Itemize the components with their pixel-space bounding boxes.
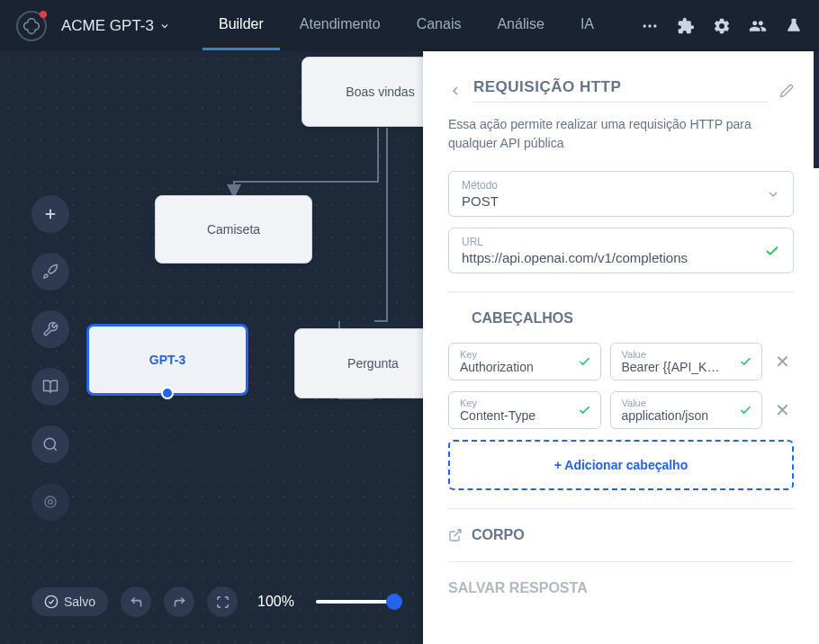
body-section-header[interactable]: CORPO: [448, 527, 794, 543]
svg-line-7: [53, 447, 56, 450]
fullscreen-button[interactable]: [207, 586, 238, 617]
kv-value: Content-Type: [460, 408, 559, 423]
kv-label: Value: [622, 398, 752, 408]
tab-analise[interactable]: Análise: [481, 1, 560, 50]
settings-button[interactable]: [32, 483, 69, 521]
kv-value: Bearer {{API_KEY}}: [622, 360, 721, 374]
book-button[interactable]: [32, 368, 69, 406]
headers-title: CABEÇALHOS: [472, 310, 573, 326]
svg-point-2: [653, 24, 656, 27]
scrollbar[interactable]: [814, 51, 819, 168]
tab-canais[interactable]: Canais: [400, 1, 478, 50]
svg-point-1: [648, 24, 651, 27]
chevron-down-icon: [159, 21, 170, 31]
add-header-button[interactable]: + Adicionar cabeçalho: [448, 440, 794, 490]
check-icon: [578, 355, 591, 369]
header-value-input[interactable]: Value application/json: [610, 391, 763, 429]
node-label: Camiseta: [207, 222, 260, 237]
method-select[interactable]: Método POST: [448, 171, 794, 217]
undo-button[interactable]: [121, 586, 151, 617]
svg-point-10: [45, 595, 57, 607]
svg-point-9: [45, 496, 56, 507]
kv-label: Value: [622, 349, 752, 360]
add-button[interactable]: [32, 195, 69, 233]
flask-icon[interactable]: [785, 17, 803, 35]
header-value-input[interactable]: Value Bearer {{API_KEY}}: [610, 343, 763, 380]
divider: [448, 291, 794, 292]
divider: [448, 508, 794, 509]
kv-label: Key: [460, 398, 590, 408]
node-shirt[interactable]: Camiseta: [155, 195, 312, 264]
headers-section-header[interactable]: CABEÇALHOS: [448, 310, 794, 326]
topbar-actions: [641, 17, 803, 35]
gear-icon[interactable]: [713, 17, 731, 35]
method-label: Método: [462, 179, 780, 192]
slider-thumb[interactable]: [386, 594, 402, 610]
back-icon[interactable]: [448, 84, 463, 98]
node-label: Boas vindas: [346, 85, 414, 99]
header-key-input[interactable]: Key Authorization: [448, 343, 601, 380]
url-value: https://api.openai.com/v1/completions: [462, 250, 780, 265]
tab-atendimento[interactable]: Atendimento: [284, 1, 397, 50]
canvas-bottom-bar: Salvo 100%: [32, 586, 399, 617]
url-input[interactable]: URL https://api.openai.com/v1/completion…: [448, 228, 794, 273]
node-label: GPT-3: [149, 353, 185, 367]
tab-ia[interactable]: IA: [564, 1, 610, 50]
node-handle[interactable]: [161, 387, 174, 399]
check-icon: [764, 243, 780, 259]
chevron-down-icon: [766, 187, 780, 201]
app-logo[interactable]: [16, 11, 47, 41]
remove-header-button[interactable]: ✕: [771, 396, 794, 425]
canvas-sidebar: [32, 195, 69, 521]
header-row: Key Content-Type Value application/json …: [448, 391, 794, 429]
kv-label: Key: [460, 349, 590, 360]
app-title-dropdown[interactable]: ACME GPT-3: [61, 17, 170, 35]
zoom-level: 100%: [257, 594, 294, 610]
node-label: Pergunta: [347, 356, 399, 371]
method-value: POST: [462, 193, 780, 209]
save-response-section-header[interactable]: SALVAR RESPOSTA: [448, 580, 794, 596]
app-title-text: ACME GPT-3: [61, 17, 154, 35]
rocket-button[interactable]: [32, 253, 69, 291]
tab-builder[interactable]: Builder: [202, 1, 280, 50]
check-icon: [578, 404, 591, 417]
slider-fill: [316, 600, 391, 604]
panel-title: REQUISIÇÃO HTTP: [473, 78, 769, 103]
action-panel: REQUISIÇÃO HTTP Essa ação permite realiz…: [423, 51, 819, 644]
check-icon: [739, 355, 752, 369]
more-icon[interactable]: [641, 17, 659, 35]
edit-icon[interactable]: [779, 84, 794, 98]
kv-value: application/json: [622, 408, 721, 423]
redo-button[interactable]: [164, 586, 194, 617]
header-row: Key Authorization Value Bearer {{API_KEY…: [448, 343, 794, 380]
nav-tabs: Builder Atendimento Canais Análise IA: [202, 1, 610, 50]
header-key-input[interactable]: Key Content-Type: [448, 391, 601, 429]
check-circle-icon: [44, 595, 58, 609]
body-title: CORPO: [472, 527, 525, 543]
chevron-down-icon: [448, 311, 463, 326]
zoom-slider[interactable]: [316, 600, 399, 604]
save-status: Salvo: [32, 587, 108, 616]
save-status-text: Salvo: [64, 595, 95, 609]
plugin-icon[interactable]: [677, 17, 695, 35]
panel-description: Essa ação permite realizar uma requisiçã…: [448, 115, 794, 153]
external-link-icon: [448, 528, 463, 542]
check-icon: [739, 404, 752, 417]
topbar: ACME GPT-3 Builder Atendimento Canais An…: [0, 0, 819, 51]
url-label: URL: [462, 236, 780, 248]
svg-point-6: [44, 438, 55, 449]
wrench-button[interactable]: [32, 310, 69, 348]
svg-point-8: [49, 500, 53, 505]
search-button[interactable]: [32, 425, 69, 463]
divider: [448, 561, 794, 562]
save-response-title: SALVAR RESPOSTA: [448, 580, 588, 596]
kv-value: Authorization: [460, 360, 559, 374]
users-icon[interactable]: [749, 17, 767, 35]
svg-point-0: [644, 24, 646, 27]
remove-header-button[interactable]: ✕: [771, 347, 794, 376]
node-gpt[interactable]: GPT-3: [86, 324, 248, 396]
notification-dot: [40, 11, 47, 18]
